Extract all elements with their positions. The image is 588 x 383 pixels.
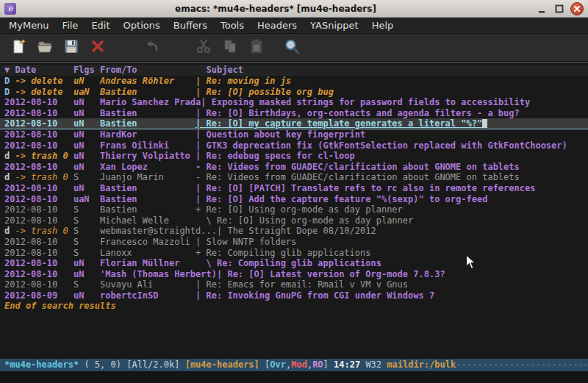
message-row[interactable]: 2012-08-10SFrancesco Mazzoli| Slow NNTP … [0, 237, 588, 248]
message-subject: | The Straight Dope 08/10/2012 [217, 226, 376, 236]
message-subject: | Re: Emacs for email: Rmail v VM v Gnus [196, 279, 408, 290]
message-row[interactable]: 2012-08-10SLanoxx+ Re: Compiling glib ap… [0, 248, 588, 259]
cut-button[interactable] [193, 37, 215, 59]
message-from: Bastien [100, 87, 196, 98]
message-from: Francesco Mazzoli [100, 237, 196, 248]
message-date: 2012-08-10 [4, 279, 74, 290]
message-date: 2012-08-10 [4, 194, 74, 205]
toolbar [0, 34, 588, 62]
message-from: Bastien [100, 108, 196, 119]
message-row[interactable]: d -> trash 0SJuanjo Marin- Re: Videos fr… [0, 172, 588, 183]
message-from: Bastien [100, 194, 196, 205]
message-row[interactable]: 2012-08-10SMichael Welle \ Re: [O] Using… [0, 215, 588, 226]
column-subject[interactable]: Subject [196, 65, 243, 75]
message-flags: S [74, 226, 100, 237]
message-row[interactable]: 2012-08-10uNBastien| Re: [O] Birthdays, … [0, 108, 588, 119]
maximize-button[interactable] [553, 2, 566, 15]
column-flags[interactable]: Flgs [74, 65, 100, 76]
message-flags: uN [74, 108, 100, 119]
message-from: Mario Sanchez Prada [100, 97, 201, 108]
menu-help[interactable]: Help [365, 18, 401, 32]
paste-button[interactable] [245, 37, 268, 59]
emacs-window: e emacs: *mu4e-headers* [mu4e-headers] M… [0, 0, 588, 383]
message-flags: uN [74, 118, 100, 129]
message-row[interactable]: 2012-08-10SBastien+ Re: [O] Using org-mo… [0, 204, 588, 215]
message-date: 2012-08-10 [4, 97, 74, 108]
message-subject: | Re: [O] my capture template generates … [196, 118, 482, 129]
message-flags: uN [74, 97, 100, 108]
titlebar[interactable]: e emacs: *mu4e-headers* [mu4e-headers] [0, 0, 588, 18]
modeline-segment: Mod [291, 359, 307, 370]
end-of-search-results: End of search results [0, 301, 588, 312]
open-file-button[interactable] [34, 37, 56, 59]
modeline-segment: ] [323, 359, 334, 370]
search-button[interactable] [281, 37, 303, 59]
headers-buffer[interactable]: ▼ DateFlgsFrom/To Subject D -> deleteuNA… [0, 62, 588, 359]
message-row[interactable]: d -> trash 0uNThierry Volpiatto| Re: ede… [0, 151, 588, 162]
paste-clipboard-icon [248, 37, 265, 58]
message-date: 2012-08-10 [4, 108, 74, 119]
echo-area [0, 371, 588, 383]
message-row[interactable]: 2012-08-10uNMario Sanchez Prada| Exposin… [0, 97, 588, 108]
message-subject: - Re: Videos from GUADEC/clarification a… [196, 172, 520, 182]
message-row[interactable]: 2012-08-10uNHardKor| Question about key … [0, 129, 588, 140]
menu-edit[interactable]: Edit [85, 18, 116, 32]
message-subject: | Re: edebug specs for cl-loop [196, 151, 355, 161]
message-subject: + Re: [O] Using org-mode as day planner [196, 204, 403, 215]
message-from: Bastien [100, 118, 196, 129]
message-row[interactable]: D -> deleteuaNBastien| Re: [O] possible … [0, 87, 588, 98]
message-date: 2012-08-10 [4, 183, 74, 194]
menu-yasnippet[interactable]: YASnippet [304, 18, 365, 32]
menu-buffers[interactable]: Buffers [167, 18, 214, 32]
message-subject: | Slow NNTP folders [196, 237, 296, 247]
menu-headers[interactable]: Headers [251, 18, 304, 32]
message-row[interactable]: 2012-08-10uaNBastien| Re: [O] Add the ca… [0, 194, 588, 205]
menu-options[interactable]: Options [117, 18, 167, 32]
message-flags: uN [74, 140, 100, 151]
message-row[interactable]: 2012-08-10uNBastien| Re: [O] my capture … [0, 118, 588, 129]
copy-button[interactable] [219, 37, 241, 59]
message-row[interactable]: 2012-08-10uNBastien| Re: [O] [PATCH] Tra… [0, 183, 588, 194]
open-file-icon [36, 37, 54, 58]
modeline-segment: Ovr [270, 359, 286, 370]
modeline-segment: maildir:/bulk [387, 359, 456, 370]
mode-line[interactable]: *mu4e-headers* ( 5, 0) [All/2.0k] [mu4e-… [0, 359, 588, 371]
column-from[interactable]: From/To [100, 65, 196, 76]
save-icon [62, 37, 80, 58]
message-date: 2012-08-10 [4, 237, 74, 248]
message-row[interactable]: 2012-08-10uNFlorian Müllner \ Re: Compil… [0, 258, 588, 269]
message-date: d -> trash 0 [4, 172, 74, 183]
close-button[interactable] [570, 2, 584, 15]
message-subject: | Re: [O] Latest version of Org-mode 7.8… [217, 269, 445, 279]
message-flags: S [74, 248, 100, 259]
message-date: 2012-08-10 [4, 118, 74, 129]
message-subject: | Re: [O] Birthdays, org-contacts and ag… [196, 108, 520, 118]
message-from: Lanoxx [100, 248, 196, 259]
undo-button[interactable] [141, 37, 163, 59]
modeline-segment: [All/2.0k] [126, 359, 184, 370]
message-row[interactable]: 2012-08-10uNFrans Oilinki| GTK3 deprecat… [0, 140, 588, 151]
menu-mymenu[interactable]: MyMenu [2, 18, 56, 32]
close-buffer-button[interactable] [87, 37, 109, 59]
message-row[interactable]: 2012-08-10uN'Mash (Thomas Herbert)| Re: … [0, 269, 588, 280]
message-row[interactable]: 2012-08-09uNrobertcInSD| Re: Invoking Gn… [0, 290, 588, 301]
modeline-segment: [mu4e-headers] [185, 359, 265, 370]
menu-tools[interactable]: Tools [214, 18, 251, 32]
message-row[interactable]: 2012-08-10SSuvayu Ali| Re: Emacs for ema… [0, 279, 588, 290]
message-row[interactable]: D -> deleteuNAndreas Röhler| Re: moving … [0, 76, 588, 87]
message-row[interactable]: 2012-08-10uNXan Lopez- Re: Videos from G… [0, 162, 588, 173]
emacs-app-icon: e [4, 3, 16, 15]
message-from: Xan Lopez [100, 162, 196, 173]
minimize-button[interactable] [535, 2, 548, 15]
message-row[interactable]: d -> trash 0Swebmaster@straightd...| The… [0, 226, 588, 237]
message-subject: | Re: Invoking GnuPG from CGI under Wind… [196, 290, 434, 301]
new-file-button[interactable] [7, 37, 29, 59]
save-buffer-button[interactable] [60, 37, 82, 59]
message-subject: + Re: Compiling glib applications [196, 248, 370, 258]
message-date: D -> delete [4, 87, 74, 98]
menu-file[interactable]: File [56, 18, 85, 32]
menu-bar: MyMenuFileEditOptionsBuffersToolsHeaders… [0, 18, 588, 34]
message-date: 2012-08-10 [4, 162, 74, 173]
column-date[interactable]: ▼ Date [4, 65, 74, 76]
message-subject: | Exposing masked strings for password f… [201, 97, 530, 107]
